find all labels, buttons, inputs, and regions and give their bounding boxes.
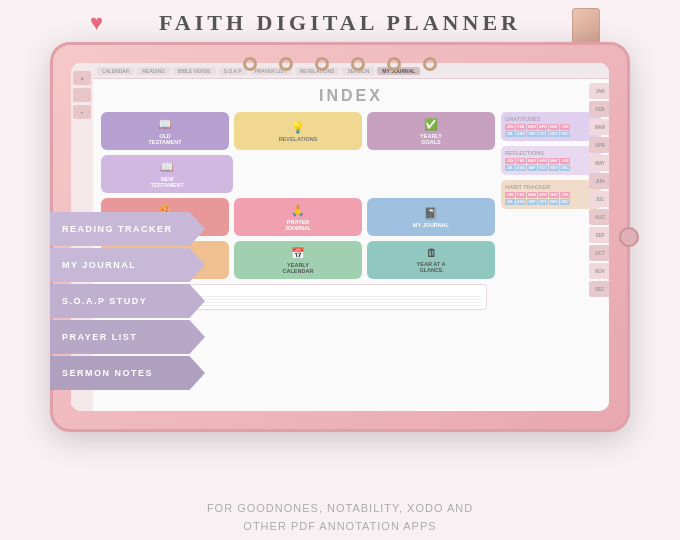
month-cell[interactable]: APR (538, 158, 548, 164)
month-cell[interactable]: OCT (538, 165, 548, 171)
tab-prayer[interactable]: PRAYER LIST (250, 67, 292, 75)
sidebar-item-prayer[interactable]: PRAYER LIST (50, 320, 205, 354)
calendar-icon: 📅 (291, 247, 305, 260)
cell-prayer-journal[interactable]: 🙏 PRAYERJOURNAL (234, 198, 362, 236)
left-tab[interactable]: ★ (73, 105, 91, 119)
month-may[interactable]: MAY (589, 155, 609, 171)
month-jul[interactable]: JUL (589, 191, 609, 207)
cell-yearly-calendar[interactable]: 📅 YEARLYCALENDAR (234, 241, 362, 279)
month-cell[interactable]: MAY (549, 192, 559, 198)
cell-year-glance[interactable]: 🗓 YEAR AT AGLANCE (367, 241, 495, 279)
planner-tabs: CALENDAR READING BIBLE VERSE S.O.A.P PRA… (93, 63, 609, 79)
tab-bible[interactable]: BIBLE VERSE (173, 67, 216, 75)
month-cell[interactable]: OCT (538, 131, 548, 137)
month-cell[interactable]: JAN (505, 192, 515, 198)
tab-journal[interactable]: MY JOURNAL (377, 67, 420, 75)
tab-reading[interactable]: READING (137, 67, 170, 75)
reflections-tracker: REFLECTIONS JAN FEB MAR APR MAY JUN (501, 146, 601, 175)
month-cell[interactable]: DEC (560, 131, 570, 137)
cell-my-journal[interactable]: 📓 MY JOURNAL (367, 198, 495, 236)
month-cell[interactable]: FEB (516, 158, 526, 164)
month-cell[interactable]: AUG (516, 199, 526, 205)
month-cell[interactable]: NOV (549, 131, 559, 137)
month-cell[interactable]: MAR (527, 158, 537, 164)
month-cell[interactable]: AUG (516, 165, 526, 171)
gratitudes-tracker: GRATITUDES JAN FEB MAR APR MAY JUN (501, 112, 601, 141)
month-cell[interactable]: MAR (527, 192, 537, 198)
month-nov[interactable]: NOV (589, 263, 609, 279)
journal-icon: 📓 (424, 207, 438, 220)
tab-calendar[interactable]: CALENDAR (97, 67, 134, 75)
sidebar-item-reading[interactable]: READING TRACKER (50, 212, 205, 246)
index-row-1b: 📖 NEWTESTAMENT (101, 155, 495, 193)
gratitudes-grid: JAN FEB MAR APR MAY JUN JUL (505, 124, 597, 137)
cell-label: YEARLYGOALS (420, 133, 442, 145)
cell-old-testament[interactable]: 📖 OLDTESTAMENT (101, 112, 229, 150)
footer-line1: FOR GOODNONES, NOTABILITY, XODO AND (0, 499, 680, 518)
empty-cell (238, 155, 495, 193)
footer: FOR GOODNONES, NOTABILITY, XODO AND OTHE… (0, 493, 680, 540)
month-cell[interactable]: SEP (527, 165, 537, 171)
month-tabs: JAN FEB MAR APR MAY JUN JUL AUG SEP OCT … (589, 83, 609, 297)
month-apr[interactable]: APR (589, 137, 609, 153)
month-cell[interactable]: MAY (549, 158, 559, 164)
cell-yearly-goals[interactable]: ✅ YEARLYGOALS (367, 112, 495, 150)
month-cell[interactable]: FEB (516, 192, 526, 198)
cell-label: YEAR AT AGLANCE (417, 261, 446, 273)
cell-label: NEWTESTAMENT (151, 176, 184, 188)
month-cell[interactable]: JUN (560, 124, 570, 130)
book-icon: 📖 (160, 161, 174, 174)
habit-grid: JAN FEB MAR APR MAY JUN JUL (505, 192, 597, 205)
month-feb[interactable]: FEB (589, 101, 609, 117)
tab-revelations[interactable]: REVELATIONS (295, 67, 340, 75)
sidebar-item-journal[interactable]: MY JOURNAL (50, 248, 205, 282)
month-cell[interactable]: JUN (560, 158, 570, 164)
month-cell[interactable]: SEP (527, 131, 537, 137)
month-cell[interactable]: NOV (549, 199, 559, 205)
month-cell[interactable]: APR (538, 124, 548, 130)
sidebar-item-sermon[interactable]: SERMON NOTES (50, 356, 205, 390)
cell-new-testament[interactable]: 📖 NEWTESTAMENT (101, 155, 233, 193)
left-tab[interactable]: ♡ (73, 88, 91, 102)
month-cell[interactable]: APR (538, 192, 548, 198)
month-cell[interactable]: JUN (560, 192, 570, 198)
month-cell[interactable]: MAR (527, 124, 537, 130)
tab-sermon[interactable]: SERMON (342, 67, 374, 75)
month-cell[interactable]: JUL (505, 199, 515, 205)
main-area: ▶ ♡ ★ CALENDAR READING BIBLE VERSE S.O.A… (0, 42, 680, 493)
month-dec[interactable]: DEC (589, 281, 609, 297)
month-sep[interactable]: SEP (589, 227, 609, 243)
month-cell[interactable]: FEB (516, 124, 526, 130)
cell-label: MY JOURNAL (413, 222, 449, 228)
tablet-home-button[interactable] (619, 227, 639, 247)
cell-revelations[interactable]: 💡 REVELATIONS (234, 112, 362, 150)
month-cell[interactable]: AUG (516, 131, 526, 137)
left-tab[interactable]: ▶ (73, 71, 91, 85)
month-cell[interactable]: DEC (560, 165, 570, 171)
reflections-grid: JAN FEB MAR APR MAY JUN JUL (505, 158, 597, 171)
reflections-label: REFLECTIONS (505, 150, 597, 156)
month-cell[interactable]: JAN (505, 158, 515, 164)
month-cell[interactable]: JUL (505, 131, 515, 137)
month-mar[interactable]: MAR (589, 119, 609, 135)
grid-right: GRATITUDES JAN FEB MAR APR MAY JUN (501, 112, 601, 407)
gratitudes-label: GRATITUDES (505, 116, 597, 122)
month-cell[interactable]: OCT (538, 199, 548, 205)
month-cell[interactable]: SEP (527, 199, 537, 205)
sidebar-label: S.O.A.P STUDY (62, 296, 147, 306)
sidebar-overlay: READING TRACKER MY JOURNAL S.O.A.P STUDY… (50, 212, 205, 392)
month-jan[interactable]: JAN (589, 83, 609, 99)
tab-soap[interactable]: S.O.A.P (219, 67, 247, 75)
month-cell[interactable]: DEC (560, 199, 570, 205)
month-oct[interactable]: OCT (589, 245, 609, 261)
month-cell[interactable]: JAN (505, 124, 515, 130)
month-cell[interactable]: NOV (549, 165, 559, 171)
glance-icon: 🗓 (426, 247, 437, 259)
month-aug[interactable]: AUG (589, 209, 609, 225)
month-cell[interactable]: JUL (505, 165, 515, 171)
month-jun[interactable]: JUN (589, 173, 609, 189)
bible-icon: 📖 (158, 118, 172, 131)
month-cell[interactable]: MAY (549, 124, 559, 130)
sidebar-item-soap[interactable]: S.O.A.P STUDY (50, 284, 205, 318)
planner-thumbnail (572, 8, 600, 44)
